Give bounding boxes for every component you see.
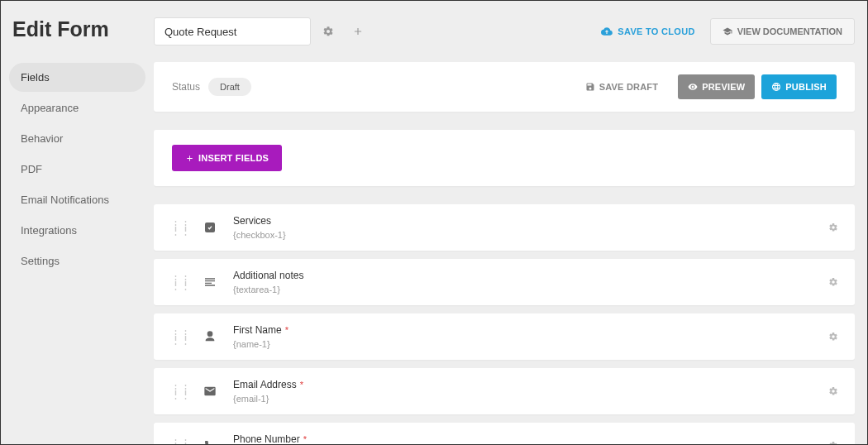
field-row[interactable]: ⋮⋮⋮⋮Additional notes{textarea-1} [154, 259, 855, 305]
save-to-cloud-button[interactable]: SAVE TO CLOUD [601, 26, 694, 37]
sidebar-item-integrations[interactable]: Integrations [9, 216, 145, 245]
email-icon [202, 383, 218, 400]
save-draft-label: SAVE DRAFT [599, 82, 658, 92]
plus-icon [185, 154, 194, 163]
save-cloud-label: SAVE TO CLOUD [618, 26, 694, 36]
preview-label: PREVIEW [702, 82, 745, 92]
checkbox-icon [202, 219, 218, 236]
field-row[interactable]: ⋮⋮⋮⋮Email Address*{email-1} [154, 368, 855, 414]
field-text: Email Address*{email-1} [233, 379, 303, 404]
eye-icon [688, 82, 698, 92]
gear-icon[interactable] [828, 386, 838, 396]
drag-handle-icon[interactable]: ⋮⋮⋮⋮ [170, 386, 190, 396]
field-row[interactable]: ⋮⋮⋮⋮Phone Number*{phone-1} [154, 423, 855, 444]
field-label: Email Address* [233, 379, 303, 390]
status-value: Draft [208, 78, 251, 96]
save-icon [585, 82, 595, 92]
field-label: Additional notes [233, 270, 303, 281]
header-row: SAVE TO CLOUD VIEW DOCUMENTATION [154, 17, 855, 45]
field-row[interactable]: ⋮⋮⋮⋮Services{checkbox-1} [154, 204, 855, 251]
field-slug: {checkbox-1} [233, 230, 286, 240]
cloud-icon [601, 26, 613, 37]
sidebar: Edit Form FieldsAppearanceBehaviorPDFEma… [1, 1, 154, 444]
plus-icon[interactable] [346, 19, 370, 44]
gear-icon[interactable] [828, 277, 838, 287]
publish-label: PUBLISH [785, 82, 827, 92]
field-slug: {name-1} [233, 339, 289, 349]
status-bar: Status Draft SAVE DRAFT PREVIEW PUBLISH [154, 62, 855, 112]
publish-button[interactable]: PUBLISH [761, 74, 837, 99]
field-text: Services{checkbox-1} [233, 215, 286, 240]
sidebar-item-appearance[interactable]: Appearance [9, 93, 145, 122]
view-doc-label: VIEW DOCUMENTATION [737, 26, 842, 36]
field-text: Phone Number*{phone-1} [233, 433, 307, 444]
sidebar-nav: FieldsAppearanceBehaviorPDFEmail Notific… [9, 63, 145, 275]
required-star: * [300, 380, 303, 390]
preview-button[interactable]: PREVIEW [678, 74, 755, 99]
gear-icon[interactable] [828, 441, 838, 444]
sidebar-item-behavior[interactable]: Behavior [9, 124, 145, 153]
status-label: Status [172, 81, 200, 93]
field-label: Services [233, 215, 286, 227]
sidebar-item-pdf[interactable]: PDF [9, 155, 145, 184]
insert-fields-button[interactable]: INSERT FIELDS [172, 145, 282, 171]
gear-icon[interactable] [828, 223, 838, 232]
gear-icon[interactable] [316, 19, 341, 44]
gear-icon[interactable] [828, 332, 838, 342]
drag-handle-icon[interactable]: ⋮⋮⋮⋮ [170, 277, 190, 287]
insert-fields-panel: INSERT FIELDS [154, 130, 855, 186]
person-icon [202, 328, 218, 345]
drag-handle-icon[interactable]: ⋮⋮⋮⋮ [170, 223, 190, 232]
insert-fields-label: INSERT FIELDS [198, 153, 269, 163]
field-row[interactable]: ⋮⋮⋮⋮First Name*{name-1} [154, 313, 855, 360]
app-root: Edit Form FieldsAppearanceBehaviorPDFEma… [1, 1, 867, 444]
field-slug: {textarea-1} [233, 285, 303, 294]
field-slug: {email-1} [233, 394, 303, 404]
phone-icon [202, 438, 218, 444]
sidebar-item-fields[interactable]: Fields [9, 63, 145, 92]
main: SAVE TO CLOUD VIEW DOCUMENTATION Status … [154, 1, 867, 444]
required-star: * [285, 325, 289, 335]
sidebar-item-settings[interactable]: Settings [9, 246, 145, 275]
save-draft-button[interactable]: SAVE DRAFT [575, 74, 668, 99]
form-name-input[interactable] [154, 17, 311, 45]
field-text: First Name*{name-1} [233, 324, 289, 349]
drag-handle-icon[interactable]: ⋮⋮⋮⋮ [170, 332, 190, 342]
graduation-icon [723, 26, 732, 36]
globe-icon [771, 82, 781, 92]
drag-handle-icon[interactable]: ⋮⋮⋮⋮ [170, 441, 190, 444]
field-label: First Name* [233, 324, 289, 336]
sidebar-item-email-notifications[interactable]: Email Notifications [9, 185, 145, 214]
field-list: ⋮⋮⋮⋮Services{checkbox-1}⋮⋮⋮⋮Additional n… [154, 204, 855, 444]
view-documentation-button[interactable]: VIEW DOCUMENTATION [710, 18, 855, 45]
required-star: * [303, 434, 307, 444]
textarea-icon [202, 274, 218, 290]
field-text: Additional notes{textarea-1} [233, 270, 303, 294]
field-label: Phone Number* [233, 433, 307, 444]
page-title: Edit Form [9, 17, 145, 41]
